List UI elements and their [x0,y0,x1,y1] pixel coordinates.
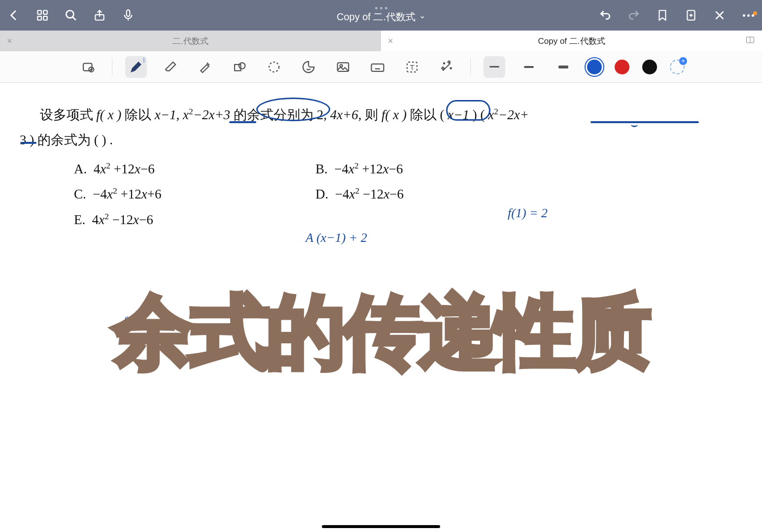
svg-point-32 [450,67,452,69]
svg-rect-7 [127,10,130,16]
notification-badge [753,11,757,15]
stroke-medium[interactable] [518,56,540,78]
redo-button[interactable] [626,7,642,23]
stroke-thick[interactable] [553,56,574,78]
separator [112,58,112,76]
stroke-thin[interactable] [484,56,505,78]
grid-view-button[interactable] [35,7,50,23]
svg-rect-3 [43,16,47,20]
separator [470,58,471,76]
bluetooth-icon: ᛒ [142,57,146,63]
microphone-button[interactable] [120,7,136,23]
svg-point-21 [269,62,279,72]
svg-rect-2 [37,16,41,20]
close-button[interactable] [712,7,727,23]
top-left-group [6,7,136,23]
overlay-title: 余式的传递性质 [114,280,649,386]
chevron-down-icon [419,14,425,20]
pen-tool[interactable]: ᛒ [125,56,147,78]
color-red[interactable] [615,60,629,74]
tab-bar: × 二.代数式 × Copy of 二.代数式 [0,31,762,51]
search-button[interactable] [63,7,79,23]
text-tool[interactable]: T [401,56,423,78]
undo-button[interactable] [597,7,613,23]
ink-note: f(1) = 2 [508,206,548,221]
option-C: C. −4x2 +12x+6 [74,182,315,207]
svg-line-5 [72,17,76,20]
split-view-icon[interactable] [745,35,755,47]
zoom-tool[interactable] [77,56,99,78]
svg-text:T: T [410,63,414,71]
tab-close-icon[interactable]: × [388,36,393,45]
options-block: A. 4x2 +12x−6 B. −4x2 +12x−6 C. −4x2 +12… [74,157,404,233]
tab-close-icon[interactable]: × [7,36,12,45]
add-page-button[interactable] [683,7,699,23]
keyboard-tool[interactable] [367,56,388,78]
option-D: D. −4x2 −12x−6 [315,182,404,207]
share-button[interactable] [92,7,107,23]
color-black[interactable] [642,60,657,74]
tab-label: Copy of 二.代数式 [538,35,605,47]
title-area[interactable]: Copy of 二.代数式 [337,7,425,24]
back-button[interactable] [6,7,22,23]
tab-2[interactable]: × Copy of 二.代数式 [381,31,762,51]
svg-point-33 [444,63,445,64]
ink-note: A (x−1) + 2 [306,231,367,245]
bookmark-button[interactable] [655,7,670,23]
option-E: E. 4x2 −12x−6 [74,207,315,233]
add-color-button[interactable] [670,60,685,74]
lasso-tool[interactable] [263,56,285,78]
svg-point-4 [66,10,73,18]
canvas[interactable]: 设多项式 f( x ) 除以 x−1, x2−2x+3 的余式分别为 2, 4x… [0,83,762,532]
option-A: A. 4x2 +12x−6 [74,157,315,182]
svg-rect-1 [43,10,47,14]
toolbar: ᛒ T [0,51,762,83]
image-tool[interactable] [332,56,354,78]
top-right-group [597,7,756,23]
svg-point-20 [239,63,245,69]
tab-1[interactable]: × 二.代数式 [0,31,381,51]
eraser-tool[interactable] [160,56,181,78]
highlighter-tool[interactable] [194,56,216,78]
option-B: B. −4x2 +12x−6 [315,157,403,182]
svg-rect-0 [37,10,41,14]
shape-tool[interactable] [229,56,250,78]
color-blue[interactable] [587,60,602,74]
sticker-tool[interactable] [298,56,319,78]
magic-tool[interactable] [436,56,457,78]
svg-rect-24 [372,64,384,71]
document-title: Copy of 二.代数式 [337,10,416,24]
ink-note: f(x) = [123,314,153,329]
tab-label: 二.代数式 [173,35,208,47]
problem-stem: 设多项式 f( x ) 除以 x−1, x2−2x+3 的余式分别为 2, 4x… [20,102,703,153]
more-button[interactable] [740,7,756,23]
drag-handle-icon [375,7,387,9]
home-indicator[interactable] [322,525,440,528]
top-bar: Copy of 二.代数式 [0,0,762,31]
